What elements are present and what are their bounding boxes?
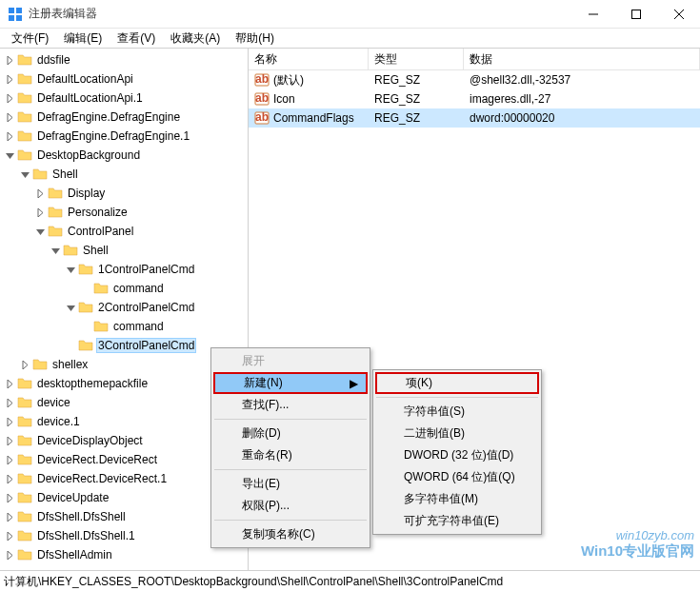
tree-twisty-icon[interactable] — [32, 224, 48, 239]
tree-node-label: DfsShell.DfsShell.1 — [35, 528, 137, 543]
tree-node-label: DefaultLocationApi — [35, 71, 135, 87]
menu-help[interactable]: 帮助(H) — [228, 29, 282, 49]
tree-node-label: DesktopBackground — [35, 148, 142, 163]
tree-node[interactable]: DefaultLocationApi — [2, 69, 248, 89]
tree-node-label: ddsfile — [35, 52, 72, 68]
tree-node[interactable]: DefragEngine.DefragEngine.1 — [2, 127, 248, 146]
tree-node-label: Shell — [81, 243, 110, 258]
list-header: 名称 类型 数据 — [249, 49, 700, 70]
tree-node[interactable]: Shell — [2, 241, 248, 260]
svg-rect-3 — [16, 15, 22, 21]
tree-twisty-icon[interactable] — [63, 338, 78, 353]
tree-twisty-icon[interactable] — [2, 109, 17, 125]
tree-twisty-icon[interactable] — [78, 319, 93, 334]
app-icon — [8, 7, 23, 22]
tree-node-label: DeviceUpdate — [35, 490, 110, 505]
menu-view[interactable]: 查看(V) — [110, 29, 163, 49]
cell-data: imageres.dll,-27 — [464, 92, 700, 106]
ctx-new-qword[interactable]: QWORD (64 位)值(Q) — [375, 466, 539, 488]
tree-twisty-icon[interactable] — [2, 490, 17, 505]
context-menu: 展开 新建(N)▶ 查找(F)... 删除(D) 重命名(R) 导出(E) 权限… — [210, 347, 370, 548]
tree-twisty-icon[interactable] — [2, 547, 17, 562]
tree-node-label: 1ControlPanelCmd — [96, 262, 196, 277]
tree-node-label: shellex — [50, 357, 90, 372]
tree-node[interactable]: 2ControlPanelCmd — [2, 298, 248, 317]
list-row[interactable]: abCommandFlagsREG_SZdword:00000020 — [249, 108, 700, 128]
tree-twisty-icon[interactable] — [63, 262, 78, 277]
tree-twisty-icon[interactable] — [63, 300, 78, 315]
ctx-new-dword[interactable]: DWORD (32 位)值(D) — [375, 444, 539, 466]
cell-type: REG_SZ — [369, 111, 464, 125]
tree-twisty-icon[interactable] — [17, 357, 32, 372]
menu-favorites[interactable]: 收藏夹(A) — [163, 29, 228, 49]
ctx-permissions[interactable]: 权限(P)... — [213, 495, 368, 517]
tree-node[interactable]: Personalize — [2, 203, 248, 222]
close-button[interactable] — [657, 0, 700, 29]
tree-twisty-icon[interactable] — [2, 376, 17, 391]
tree-twisty-icon[interactable] — [17, 167, 32, 182]
tree-node[interactable]: Shell — [2, 165, 248, 184]
ctx-new-multistring[interactable]: 多字符串值(M) — [375, 488, 539, 510]
tree-node[interactable]: DesktopBackground — [2, 146, 248, 165]
tree-twisty-icon[interactable] — [78, 281, 93, 296]
cell-data: @shell32.dll,-32537 — [464, 73, 700, 87]
tree-node-label: DfsShell.DfsShell — [35, 509, 128, 524]
tree-node-label: DfsShellAdmin — [35, 547, 114, 562]
tree-twisty-icon[interactable] — [32, 186, 48, 201]
cell-name: ab(默认) — [249, 72, 369, 89]
cell-data: dword:00000020 — [464, 111, 700, 125]
ctx-new-expandstring[interactable]: 可扩充字符串值(E) — [375, 510, 539, 532]
cell-type: REG_SZ — [369, 92, 464, 106]
tree-twisty-icon[interactable] — [48, 243, 63, 258]
tree-twisty-icon[interactable] — [2, 52, 17, 68]
tree-twisty-icon[interactable] — [2, 414, 17, 429]
menu-edit[interactable]: 编辑(E) — [56, 29, 110, 49]
tree-node[interactable]: DefragEngine.DefragEngine — [2, 108, 248, 127]
tree-twisty-icon[interactable] — [2, 433, 17, 448]
ctx-new-binary[interactable]: 二进制值(B) — [375, 423, 539, 444]
ctx-new[interactable]: 新建(N)▶ — [213, 372, 368, 394]
col-header-data[interactable]: 数据 — [464, 49, 700, 69]
minimize-button[interactable] — [571, 0, 614, 29]
tree-node-label: Shell — [50, 167, 80, 182]
list-row[interactable]: abIconREG_SZimageres.dll,-27 — [249, 89, 700, 108]
menu-file[interactable]: 文件(F) — [4, 29, 56, 49]
ctx-find[interactable]: 查找(F)... — [213, 394, 368, 416]
tree-node[interactable]: 1ControlPanelCmd — [2, 260, 248, 279]
ctx-new-key[interactable]: 项(K) — [375, 372, 539, 394]
tree-twisty-icon[interactable] — [2, 148, 17, 163]
tree-node[interactable]: ddsfile — [2, 50, 248, 69]
col-header-name[interactable]: 名称 — [249, 49, 369, 69]
col-header-type[interactable]: 类型 — [369, 49, 464, 69]
tree-node-label: DefaultLocationApi.1 — [35, 90, 145, 106]
list-row[interactable]: ab(默认)REG_SZ@shell32.dll,-32537 — [249, 70, 700, 89]
tree-twisty-icon[interactable] — [2, 471, 17, 486]
tree-node-label: ControlPanel — [66, 224, 135, 239]
tree-twisty-icon[interactable] — [2, 528, 17, 543]
tree-twisty-icon[interactable] — [32, 205, 48, 220]
statusbar: 计算机\HKEY_CLASSES_ROOT\DesktopBackground\… — [0, 570, 700, 591]
ctx-separator — [214, 419, 367, 420]
tree-node[interactable]: command — [2, 317, 248, 336]
ctx-export[interactable]: 导出(E) — [213, 473, 368, 495]
tree-twisty-icon[interactable] — [2, 128, 17, 144]
ctx-new-string[interactable]: 字符串值(S) — [375, 401, 539, 423]
tree-twisty-icon[interactable] — [2, 395, 17, 410]
maximize-button[interactable] — [614, 0, 657, 29]
tree-node[interactable]: ControlPanel — [2, 222, 248, 241]
tree-twisty-icon[interactable] — [2, 452, 17, 467]
tree-twisty-icon[interactable] — [2, 71, 17, 87]
tree-node[interactable]: DefaultLocationApi.1 — [2, 89, 248, 108]
submenu-arrow-icon: ▶ — [350, 377, 358, 390]
ctx-copy-key-name[interactable]: 复制项名称(C) — [213, 523, 368, 545]
tree-node[interactable]: DfsShellAdmin — [2, 545, 248, 564]
tree-twisty-icon[interactable] — [2, 90, 17, 106]
ctx-delete[interactable]: 删除(D) — [213, 423, 368, 444]
tree-node-label: DeviceRect.DeviceRect — [35, 452, 159, 467]
svg-rect-1 — [16, 8, 22, 13]
tree-node[interactable]: command — [2, 279, 248, 298]
tree-twisty-icon[interactable] — [2, 509, 17, 524]
ctx-rename[interactable]: 重命名(R) — [213, 444, 368, 466]
tree-node-label: DefragEngine.DefragEngine.1 — [35, 128, 191, 144]
tree-node[interactable]: Display — [2, 184, 248, 203]
